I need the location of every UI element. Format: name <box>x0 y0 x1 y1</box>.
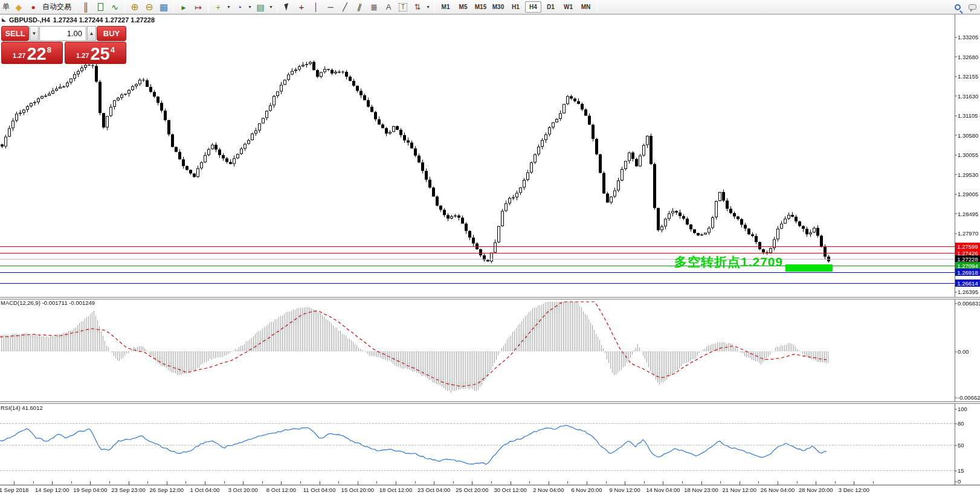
time-axis-label: 1 Oct 04:00 <box>190 487 219 493</box>
horizontal-level-line[interactable] <box>0 246 955 247</box>
time-axis-tick <box>587 481 587 485</box>
time-axis-tick <box>243 481 243 485</box>
time-axis-tick <box>854 481 854 485</box>
price-axis-tick: 1.33205 <box>958 34 978 40</box>
time-axis-tick <box>549 481 549 485</box>
time-axis-label: 2 Nov 04:00 <box>533 487 564 493</box>
time-axis-minor-tick <box>873 481 874 484</box>
time-axis-tick <box>778 481 778 485</box>
time-axis-tick <box>90 481 91 485</box>
time-axis-label: 14 Sep 12:00 <box>35 487 69 493</box>
ohlc-values: 1.27234 1.27244 1.27227 1.27228 <box>53 16 155 24</box>
rsi-gridline <box>0 470 955 471</box>
time-axis-tick <box>167 481 167 485</box>
horizontal-level-line[interactable] <box>0 272 955 273</box>
rsi-pane-separator[interactable] <box>0 401 980 404</box>
macd-pane-separator[interactable] <box>0 297 980 299</box>
time-axis-tick <box>320 481 320 485</box>
sell-price-sup: 8 <box>47 45 51 54</box>
time-axis-tick <box>472 481 472 485</box>
time-axis-minor-tick <box>644 481 645 484</box>
rsi-axis-tick: 100 <box>958 406 967 412</box>
price-axis-tick: 1.30580 <box>958 132 978 138</box>
pivot-annotation-text: 多空转折点1.2709 <box>674 254 783 270</box>
sell-price-prefix: 1.27 <box>13 52 25 59</box>
time-axis-tick <box>816 481 816 485</box>
time-axis-minor-tick <box>33 481 34 484</box>
time-axis-label: 26 Nov 04:00 <box>761 487 795 493</box>
time-axis-label: 8 Oct 12:00 <box>266 487 296 493</box>
time-axis-label: 23 Sep 23:00 <box>111 487 146 493</box>
price-axis-tick: 1.29005 <box>958 191 978 197</box>
volume-decrease-button[interactable]: ▼ <box>30 26 39 41</box>
time-axis-label: 15 Oct 20:00 <box>341 487 374 493</box>
time-axis-label: 19 Sep 04:00 <box>73 487 108 493</box>
time-axis-minor-tick <box>720 481 721 484</box>
rsi-axis-tick: 0 <box>958 478 961 485</box>
time-axis-minor-tick <box>606 481 607 484</box>
macd-axis-tick: 0.00 <box>958 348 969 355</box>
time-axis-minor-tick <box>567 481 568 484</box>
rsi-axis-tick: 50 <box>958 442 964 449</box>
time-axis-minor-tick <box>147 481 148 484</box>
sell-button[interactable]: SELL <box>1 26 29 41</box>
macd-indicator-label: MACD(12,26,9) -0.001711 -0.001249 <box>1 299 95 306</box>
time-axis-minor-tick <box>529 481 530 484</box>
price-axis-tick: 1.32155 <box>958 73 978 80</box>
time-axis-minor-tick <box>453 481 454 484</box>
time-axis-minor-tick <box>109 481 110 484</box>
chart-marker-icon <box>2 18 6 22</box>
price-axis-tick: 1.27970 <box>958 230 978 237</box>
macd-axis-tick: -0.00662 <box>958 394 980 401</box>
time-axis-label: 3 Dec 12:00 <box>839 487 869 493</box>
time-axis-minor-tick <box>758 481 759 484</box>
buy-price-panel[interactable]: 1.27 25 4 <box>65 42 126 64</box>
horizontal-level-line[interactable] <box>0 259 955 260</box>
price-axis-tick: 1.31105 <box>958 112 978 119</box>
time-axis-tick <box>14 481 15 485</box>
time-axis-label: 9 Nov 12:00 <box>610 487 640 493</box>
time-axis-minor-tick <box>338 481 339 484</box>
time-axis-label: 26 Sep 12:00 <box>150 487 184 493</box>
time-axis-minor-tick <box>185 481 186 484</box>
symbol-period-label: GBPUSD-,H4 <box>9 16 50 24</box>
one-click-trading-panel: SELL ▼ ▲ BUY 1.27 22 8 1.27 25 4 <box>1 26 126 64</box>
buy-button[interactable]: BUY <box>97 26 126 41</box>
time-axis-tick <box>740 481 740 485</box>
volume-increase-button[interactable]: ▲ <box>87 26 96 41</box>
price-axis-tick: 1.30055 <box>958 152 978 158</box>
price-axis-tick: 1.31630 <box>958 92 978 99</box>
time-axis-tick <box>281 481 282 485</box>
price-axis-badge: 1.26918 <box>955 269 980 276</box>
time-axis-tick <box>129 481 129 485</box>
time-axis-label: 6 Nov 20:00 <box>571 487 602 493</box>
time-axis-minor-tick <box>262 481 263 484</box>
macd-axis-tick: 0.006831 <box>958 300 980 307</box>
time-axis-tick <box>434 481 434 485</box>
horizontal-level-line[interactable] <box>0 253 955 254</box>
time-axis-tick <box>701 481 702 485</box>
mt4-terminal-window: 单 ◆●自动交易║∿⊕⊖▦▸↦＋▾◔▾▤▾+│─╱∥≣AT⇅▾M1M5M15M3… <box>0 0 980 495</box>
time-axis-minor-tick <box>491 481 492 484</box>
time-axis-minor-tick <box>835 481 836 484</box>
time-axis-minor-tick <box>71 481 72 484</box>
price-axis-tick: 1.26395 <box>958 289 978 295</box>
sell-price-panel[interactable]: 1.27 22 8 <box>1 42 63 64</box>
time-axis-label: 18 Nov 23:00 <box>684 487 718 493</box>
horizontal-level-line[interactable] <box>0 283 955 284</box>
time-axis-label: 25 Oct 20:00 <box>456 487 488 493</box>
time-axis-tick <box>396 481 396 485</box>
time-axis-label: 21 Nov 12:00 <box>723 487 757 493</box>
price-chart-canvas[interactable] <box>0 0 980 495</box>
buy-price-sup: 4 <box>111 45 115 54</box>
time-axis-label: 11 Oct 04:00 <box>303 487 336 493</box>
volume-input[interactable] <box>40 29 86 38</box>
chart-header: GBPUSD-,H4 1.27234 1.27244 1.27227 1.272… <box>2 16 155 24</box>
time-axis-label: 28 Nov 20:00 <box>799 487 833 493</box>
price-axis-tick: 1.28495 <box>958 210 978 217</box>
time-axis-minor-tick <box>376 481 377 484</box>
time-axis-label: 3 Oct 20:00 <box>228 487 258 493</box>
time-axis-tick <box>52 481 53 485</box>
sell-price-big: 22 <box>27 46 46 62</box>
price-axis-tick: 1.32680 <box>958 53 978 60</box>
